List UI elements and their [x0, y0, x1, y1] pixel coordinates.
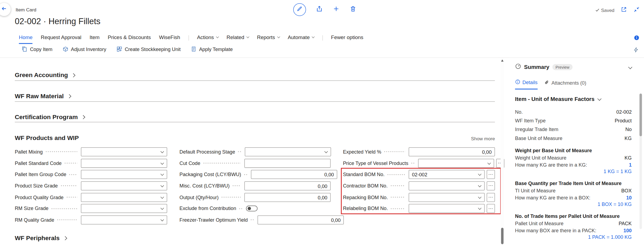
back-button[interactable]	[0, 3, 11, 16]
summary-gauge-icon	[515, 63, 521, 71]
ribbon-tabs: Home Request Approval Item Prices & Disc…	[19, 34, 363, 44]
tab-divider	[188, 35, 189, 41]
factbox-section-heading[interactable]: Item - Unit of Measure Factors	[515, 96, 632, 102]
delete-button[interactable]	[350, 5, 357, 14]
relabeling-bom-combobox[interactable]	[409, 204, 485, 213]
plus-icon	[333, 5, 340, 14]
pencil-icon	[297, 6, 303, 14]
page-caption: Item Card	[16, 7, 36, 12]
repacking-bom-assist-button[interactable]: …	[487, 193, 495, 202]
price-type-vessel-products-select[interactable]	[418, 159, 494, 168]
tab-request-approval[interactable]: Request Approval	[41, 34, 81, 43]
relabeling-bom-assist-button[interactable]: …	[487, 204, 495, 213]
field-row: Output (Qty/Hour)0,00	[179, 192, 331, 203]
expected-yield-input[interactable]: 0,00	[409, 147, 495, 156]
repacking-bom-combobox[interactable]	[409, 193, 485, 202]
default-processing-stage-select[interactable]	[245, 147, 331, 156]
new-button[interactable]	[333, 5, 340, 14]
tab-attachments[interactable]: Attachments (0)	[544, 79, 586, 90]
menu-actions[interactable]: Actions	[197, 34, 218, 43]
rm-size-grade-select[interactable]	[81, 204, 167, 213]
dotted-leader	[69, 174, 77, 175]
item-card-page: Item Card Saved	[0, 0, 644, 245]
pallet-standard-code-select[interactable]	[81, 159, 167, 168]
contractor-bom-assist-button[interactable]: …	[487, 181, 495, 190]
menu-reports[interactable]: Reports	[257, 34, 280, 43]
scrollbar-thumb[interactable]	[639, 94, 642, 136]
factbox-row: No.02-002	[515, 107, 632, 116]
dotted-leader	[391, 185, 405, 187]
chevron-down-icon	[312, 35, 315, 38]
chevron-right-icon	[81, 115, 85, 119]
scrollbar-thumb[interactable]	[501, 228, 503, 244]
contractor-bom-combobox[interactable]	[409, 181, 485, 190]
tab-item[interactable]: Item	[90, 34, 100, 43]
chevron-down-icon	[160, 184, 164, 187]
factbox-collapse-button[interactable]	[628, 65, 632, 69]
tab-prices-discounts[interactable]: Prices & Discounts	[108, 34, 151, 43]
share-icon	[316, 5, 323, 14]
factbox-scrollbar[interactable]	[639, 94, 642, 229]
chevron-down-icon	[160, 161, 164, 164]
focus-mode-button[interactable]	[633, 6, 640, 14]
equation-text: 1 BOX = 10 KG	[515, 201, 632, 208]
dotted-leader	[203, 163, 241, 164]
show-more-link[interactable]: Show more	[471, 136, 495, 141]
help-button[interactable]	[634, 35, 639, 42]
section-wf-raw-material[interactable]: WF Raw Material	[15, 92, 71, 99]
rm-quality-grade-select[interactable]	[81, 215, 167, 224]
pallet-item-group-code-select[interactable]	[81, 170, 167, 179]
menu-related[interactable]: Related	[227, 34, 249, 43]
action-bar: Copy Item Adjust Inventory Create Stockk…	[21, 46, 233, 52]
copy-item-button[interactable]: Copy Item	[21, 46, 53, 52]
dotted-leader	[384, 151, 405, 152]
field-row: Misc. Cost (LCY/BWU)0,00	[179, 180, 331, 192]
chevron-right-icon	[71, 73, 75, 77]
edit-button[interactable]	[293, 3, 306, 16]
copy-icon	[21, 46, 28, 52]
header-actions	[293, 3, 357, 16]
pallet-mixing-select[interactable]	[81, 147, 167, 156]
page-title: 02-002 · Herring Fillets	[15, 17, 100, 26]
stockkeeping-unit-icon	[116, 46, 122, 52]
output-qty-hour-input[interactable]: 0,00	[244, 193, 331, 202]
packaging-cost-input[interactable]: 0,00	[251, 170, 337, 179]
exclude-from-contribution-toggle[interactable]	[246, 206, 258, 211]
create-stockkeeping-unit-button[interactable]: Create Stockkeeping Unit	[116, 46, 181, 52]
chevron-down-icon	[160, 218, 164, 221]
standard-bom-assist-button[interactable]: …	[487, 170, 495, 179]
tab-home[interactable]: Home	[19, 34, 33, 44]
card-content: Green Accounting WF Raw Material Certifi…	[0, 58, 498, 245]
info-icon	[634, 35, 639, 42]
tab-wisefish[interactable]: WiseFish	[159, 34, 180, 43]
apply-template-button[interactable]: Apply Template	[191, 46, 233, 52]
factbox-group-weight: Weight per Base Unit of Measure Weight U…	[515, 148, 632, 176]
adjust-inventory-button[interactable]: Adjust Inventory	[62, 46, 106, 52]
cut-code-input[interactable]	[244, 159, 331, 168]
dotted-leader	[221, 197, 241, 198]
section-green-accounting[interactable]: Green Accounting	[15, 71, 75, 78]
field-row: Freezer-Trawler Optimum Yield0,00	[179, 214, 331, 226]
share-button[interactable]	[316, 5, 323, 14]
dotted-leader	[411, 163, 414, 164]
product-size-grade-select[interactable]	[81, 181, 167, 190]
main-scrollbar[interactable]	[501, 59, 504, 244]
section-wf-peripherals[interactable]: WF Peripherals	[15, 234, 66, 241]
tab-details[interactable]: Details	[515, 79, 538, 90]
factbox-row: TI Unit of MeasureBOX	[515, 187, 632, 195]
fewer-options-button[interactable]: Fewer options	[331, 34, 363, 43]
trash-icon	[350, 5, 357, 14]
open-in-window-button[interactable]	[621, 6, 627, 14]
field-column-3: Expected Yield %0,00 Price Type of Vesse…	[343, 146, 495, 225]
section-certification-program[interactable]: Certification Program	[15, 113, 85, 120]
standard-bom-combobox[interactable]: 02-002	[409, 170, 485, 179]
menu-automate[interactable]: Automate	[288, 34, 314, 43]
section-wf-products-wip[interactable]: WF Products and WIP	[15, 134, 79, 141]
power-automate-button[interactable]	[633, 47, 639, 55]
misc-cost-input[interactable]: 0,00	[244, 181, 331, 190]
chevron-down-icon	[160, 149, 164, 153]
scroll-up-arrow-icon[interactable]	[501, 59, 503, 62]
equation-text: 1 PACK = 1.000 KG	[515, 234, 632, 241]
product-quality-grade-select[interactable]	[81, 193, 167, 202]
freezer-trawler-optimum-yield-input[interactable]: 0,00	[258, 215, 344, 224]
